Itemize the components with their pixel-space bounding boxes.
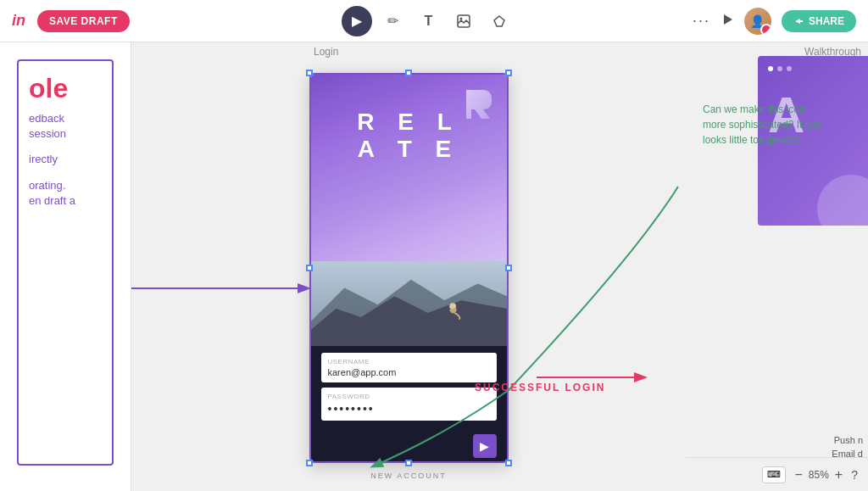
right-area: Walkthrough A Push n Email d Can we make… <box>686 42 868 491</box>
handle-top-mid[interactable] <box>405 70 412 76</box>
phone-wrapper: R E L A T E <box>309 73 509 463</box>
select-tool-button[interactable]: ▶ <box>342 6 372 36</box>
dot-1 <box>768 66 773 71</box>
top-toolbar: in SAVE DRAFT ▶ ✏ T ··· 👤 SHARE <box>0 0 868 42</box>
walkthrough-dots <box>768 66 792 71</box>
handle-bottom-right[interactable] <box>505 460 512 466</box>
handle-bottom-left[interactable] <box>306 460 313 466</box>
phone-middle-section <box>311 261 507 346</box>
zoom-control: − 85% + <box>793 467 844 483</box>
annotation-comment: Can we make this icon more sophisticated… <box>703 102 821 148</box>
text-tool-button[interactable]: T <box>413 6 443 36</box>
zoom-out-button[interactable]: − <box>793 467 804 483</box>
handle-top-left[interactable] <box>306 70 313 76</box>
left-panel-title: ole <box>29 73 102 104</box>
handle-top-right[interactable] <box>505 70 512 76</box>
toolbar-right: ··· 👤 SHARE <box>693 8 856 35</box>
image-tool-button[interactable] <box>448 6 479 36</box>
app-logo <box>459 86 495 122</box>
dot-3 <box>787 66 792 71</box>
new-account-label: NEW ACCOUNT <box>370 471 447 480</box>
handle-bottom-mid[interactable] <box>405 460 412 466</box>
relate-line1: R E L <box>357 109 460 136</box>
password-field[interactable]: PASSWORD •••••••• <box>321 388 497 421</box>
relate-line2: A T E <box>358 136 460 163</box>
left-panel: ole edback session irectly orating.en dr… <box>0 42 131 491</box>
annotation-text: Can we make this icon more sophisticated… <box>703 102 821 148</box>
share-button[interactable]: SHARE <box>782 10 856 32</box>
phone-top-section: R E L A T E <box>311 75 507 261</box>
username-value: karen@app.com <box>328 367 490 377</box>
left-panel-item-1: edback session <box>29 111 102 142</box>
pen-tool-button[interactable]: ✏ <box>377 6 408 36</box>
help-button[interactable]: ? <box>851 468 858 482</box>
dot-2 <box>777 66 782 71</box>
left-panel-item-2: irectly <box>29 152 102 167</box>
bottom-toolbar: ⌨ − 85% + ? <box>686 457 868 491</box>
canvas-area: ole edback session irectly orating.en dr… <box>0 42 868 491</box>
save-draft-button[interactable]: SAVE DRAFT <box>37 10 130 32</box>
invision-logo: in <box>12 12 25 30</box>
handle-right-mid[interactable] <box>505 265 512 271</box>
avatar[interactable]: 👤 <box>744 8 771 35</box>
username-field[interactable]: USERNAME karen@app.com <box>321 353 497 382</box>
successful-login-label: SUCCESSFUL LOGIN <box>475 382 605 393</box>
shape-tool-button[interactable] <box>484 6 515 36</box>
password-label: PASSWORD <box>328 393 490 400</box>
password-value: •••••••• <box>328 402 490 416</box>
username-label: USERNAME <box>328 358 490 365</box>
toolbar-left: in SAVE DRAFT <box>12 10 164 32</box>
toolbar-center: ▶ ✏ T <box>164 6 693 36</box>
center-area: R E L A T E <box>131 42 686 491</box>
zoom-value: 85% <box>809 469 829 481</box>
handle-left-mid[interactable] <box>306 265 313 271</box>
login-arrow-button[interactable]: ▶ <box>473 434 497 458</box>
keyboard-icon-button[interactable]: ⌨ <box>762 466 786 483</box>
zoom-in-button[interactable]: + <box>833 467 844 483</box>
avatar-image: 👤 <box>744 8 771 35</box>
svg-marker-2 <box>724 14 732 25</box>
phone-bottom-section: USERNAME karen@app.com PASSWORD ••••••••… <box>311 346 507 463</box>
left-panel-item-3: orating.en draft a <box>29 178 102 209</box>
play-button[interactable] <box>721 13 734 30</box>
left-panel-box: ole edback session irectly orating.en dr… <box>17 59 114 466</box>
phone-frame: R E L A T E <box>309 73 509 463</box>
more-options-button[interactable]: ··· <box>693 12 710 30</box>
walkthrough-circle <box>817 175 868 226</box>
